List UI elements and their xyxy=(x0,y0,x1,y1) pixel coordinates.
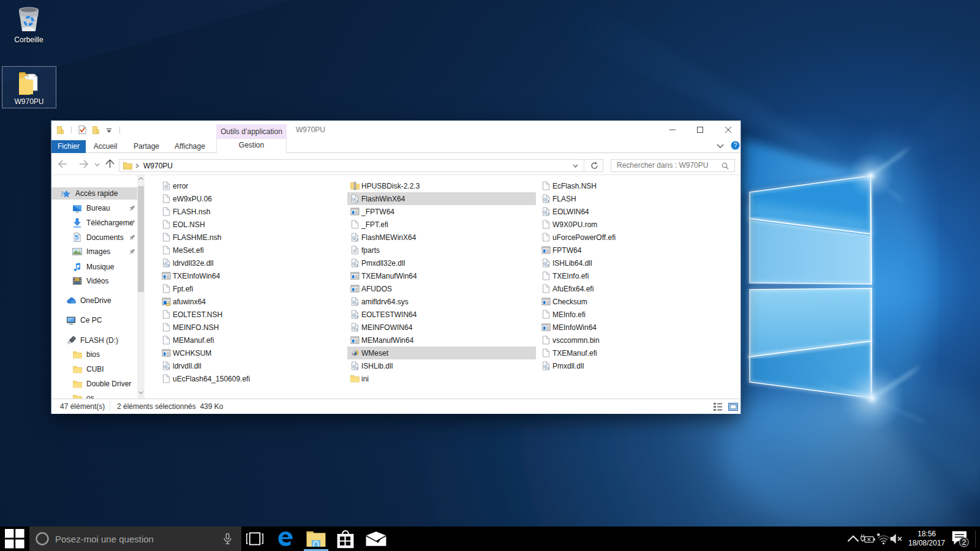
svg-text:2: 2 xyxy=(962,538,966,547)
svg-text:?: ? xyxy=(734,142,737,149)
